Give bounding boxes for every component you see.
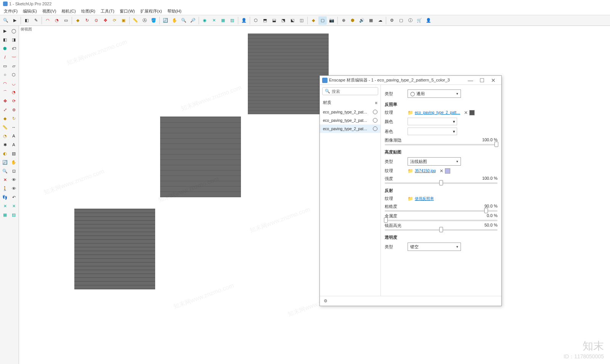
protractor-icon[interactable]: ◔ (53, 16, 61, 25)
material-item[interactable]: eco_paving_type_2_pat… (320, 108, 380, 116)
menu-draw[interactable]: 绘图(R) (79, 8, 98, 15)
arc-icon[interactable]: ◠ (43, 16, 52, 25)
tint-picker[interactable]: ▾ (408, 128, 457, 135)
height-texture-link[interactable]: 3574150.jpg (415, 169, 436, 173)
polygon-icon[interactable]: ⬡ (10, 70, 18, 79)
menu-view[interactable]: 视图(V) (40, 8, 59, 15)
slider-thumb[interactable] (384, 217, 388, 223)
viewport[interactable]: 俯视图 知末网www.znzmo.com 知末网www.znzmo.com 知末… (19, 26, 610, 364)
left-icon[interactable]: ◫ (297, 16, 306, 25)
eraser3-icon[interactable]: ◨ (10, 35, 18, 44)
look-icon[interactable]: ✕ (1, 176, 9, 184)
search-input[interactable] (332, 89, 376, 94)
user-icon[interactable]: 👤 (240, 16, 248, 25)
grid-icon[interactable]: ▦ (367, 16, 375, 25)
select-icon[interactable]: ▶ (11, 16, 19, 25)
orbit2-icon[interactable]: 🔄 (1, 158, 9, 166)
freehand-icon[interactable]: 〰 (10, 53, 18, 61)
move-icon[interactable]: ✥ (101, 16, 109, 25)
specular-slider[interactable] (385, 229, 498, 231)
pie-icon[interactable]: ◔ (10, 88, 18, 96)
line-icon[interactable]: / (1, 53, 9, 61)
walk2-icon[interactable]: 👣 (1, 193, 9, 201)
rotate2-icon[interactable]: ⟳ (10, 97, 18, 105)
material-item[interactable]: eco_paving_type_2_pat… (320, 125, 380, 133)
protractor2-icon[interactable]: ◔ (1, 132, 9, 140)
menu-window[interactable]: 窗口(W) (117, 8, 137, 15)
roughness-slider[interactable] (385, 210, 498, 212)
profile-icon[interactable]: 👤 (424, 16, 433, 25)
enscape-2-icon[interactable]: ✕ (210, 16, 218, 25)
section-icon[interactable]: ◐ (1, 149, 9, 158)
type-dropdown[interactable]: ◯通用▾ (408, 89, 461, 98)
offset2-icon[interactable]: ⊚ (10, 105, 18, 114)
iso-icon[interactable]: ⬡ (252, 16, 260, 25)
info-icon[interactable]: ⓘ (406, 16, 414, 25)
remove-texture-button[interactable]: ✕ (464, 110, 468, 115)
maximize-button[interactable]: ☐ (476, 77, 488, 84)
arc4-icon[interactable]: ⌒ (1, 88, 9, 96)
walk-icon[interactable]: 👁 (10, 176, 18, 184)
menu-edit[interactable]: 编辑(E) (21, 8, 39, 15)
albedo-swatch[interactable] (469, 110, 475, 115)
prev-icon[interactable]: ↶ (10, 193, 18, 201)
search-box[interactable]: 🔍 (322, 87, 378, 95)
top-icon[interactable]: ⬓ (270, 16, 278, 25)
slider-thumb[interactable] (439, 227, 443, 232)
folder-icon[interactable]: 📁 (408, 110, 413, 115)
position-icon[interactable]: 🚶 (1, 184, 9, 193)
minimize-button[interactable]: — (465, 77, 476, 84)
texture-preview-1[interactable] (248, 34, 329, 114)
folder-icon[interactable]: 📁 (408, 196, 413, 201)
slider-thumb[interactable] (439, 180, 443, 185)
arc3-icon[interactable]: ◡ (10, 79, 18, 88)
ext-3-icon[interactable]: 📷 (327, 16, 336, 25)
front-icon[interactable]: ⬒ (261, 16, 269, 25)
text2-icon[interactable]: A (10, 132, 18, 140)
add-icon[interactable]: ⊕ (339, 16, 348, 25)
slider-thumb[interactable] (494, 142, 498, 147)
menu-extensions[interactable]: 扩展程序(x) (138, 8, 164, 15)
enscape-3-icon[interactable]: ▦ (219, 16, 227, 25)
albedo-texture-link[interactable]: eco_paving_type_2_patt… (415, 110, 460, 115)
settings-button[interactable]: ⚙ (322, 298, 329, 305)
material-item[interactable]: eco_paving_type_2_pat… (320, 116, 380, 125)
rect2-icon[interactable]: ▭ (1, 62, 9, 70)
back-icon[interactable]: ⬕ (288, 16, 297, 25)
enscape-d-icon[interactable]: ▨ (10, 211, 18, 219)
orbit-icon[interactable]: 🔄 (161, 16, 170, 25)
rect-icon[interactable]: ▭ (62, 16, 70, 25)
3dtext-icon[interactable]: A (10, 140, 18, 149)
select-tool-icon[interactable]: ▶ (1, 27, 9, 35)
pushpull-icon[interactable]: ◆ (74, 16, 82, 25)
panel-header[interactable]: Enscape 材质编辑器 - 1 - eco_paving_type_2_pa… (320, 76, 501, 85)
eraser-icon[interactable]: ◧ (22, 16, 31, 25)
folder-icon[interactable]: 📁 (408, 168, 413, 174)
texture-preview-2[interactable] (160, 117, 241, 197)
dim-icon[interactable]: ↔ (10, 123, 18, 131)
menu-camera[interactable]: 相机(C) (59, 8, 78, 15)
enscape-4-icon[interactable]: ▨ (228, 16, 236, 25)
menu-tools[interactable]: 工具(T) (98, 8, 117, 15)
cube-icon[interactable]: ⬢ (348, 16, 357, 25)
tape-icon[interactable]: 📏 (131, 16, 140, 25)
lasso-icon[interactable]: ◯ (10, 27, 18, 35)
enscape-1-icon[interactable]: ◉ (201, 16, 209, 25)
transparency-type-dropdown[interactable]: 镂空▾ (408, 243, 461, 251)
close-button[interactable]: ✕ (488, 77, 499, 84)
hamburger-icon[interactable]: ≡ (375, 101, 377, 105)
zoom2-icon[interactable]: 🔍 (180, 16, 188, 25)
menu-file[interactable]: 文件(F) (2, 8, 20, 15)
height-type-dropdown[interactable]: 法线贴图▾ (408, 157, 461, 166)
follow-icon[interactable]: ↻ (83, 16, 91, 25)
right-icon[interactable]: ⬔ (279, 16, 287, 25)
offset-icon[interactable]: ⊙ (92, 16, 100, 25)
enscape-a-icon[interactable]: ✕ (1, 202, 9, 210)
rotate-icon[interactable]: ⟳ (110, 16, 119, 25)
zoomwin-icon[interactable]: ⊡ (10, 167, 18, 175)
cart-icon[interactable]: 🛒 (415, 16, 424, 25)
arc2-icon[interactable]: ◠ (1, 79, 9, 88)
remove-texture-button[interactable]: ✕ (440, 168, 443, 174)
menu-help[interactable]: 帮助(H) (165, 8, 184, 15)
pencil-icon[interactable]: ✎ (32, 16, 40, 25)
